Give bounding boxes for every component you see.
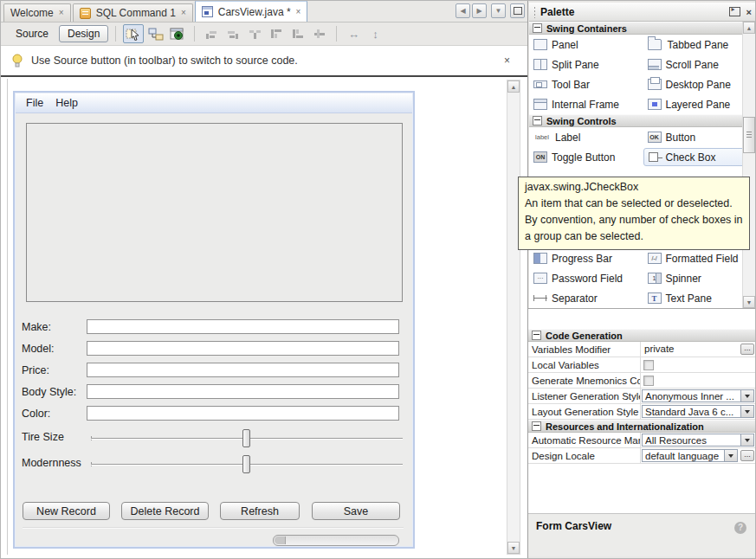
align-top-button[interactable] bbox=[267, 25, 286, 42]
tire-size-slider[interactable] bbox=[91, 429, 403, 448]
property-row-generate-mnemonics[interactable]: Generate Mnemonics Cod bbox=[528, 373, 756, 389]
maximize-window-button[interactable] bbox=[510, 3, 525, 18]
scroll-down-icon[interactable]: ▼ bbox=[507, 542, 520, 554]
resource-management-combobox[interactable]: All Resources bbox=[642, 434, 754, 447]
align-left-button[interactable] bbox=[202, 25, 221, 42]
price-field[interactable] bbox=[87, 363, 399, 377]
palette-header[interactable]: Palette × bbox=[529, 3, 756, 22]
tab-list-dropdown-button[interactable]: ▼ bbox=[491, 3, 506, 18]
palette-item-progress-bar[interactable]: Progress Bar bbox=[529, 249, 643, 267]
chevron-down-icon[interactable] bbox=[740, 434, 753, 446]
delete-record-button[interactable]: Delete Record bbox=[121, 502, 209, 520]
chevron-down-icon[interactable] bbox=[740, 406, 753, 417]
palette-item-toggle-button[interactable]: ONToggle Button bbox=[529, 148, 643, 166]
properties-section-resources-i18n[interactable]: Resources and Internationalization bbox=[528, 420, 756, 433]
property-row-layout-generation-style[interactable]: Layout Generation Style Standard Java 6 … bbox=[528, 404, 756, 420]
scroll-down-icon[interactable]: ▼ bbox=[743, 296, 755, 308]
palette-item-split-pane[interactable]: Split Pane bbox=[529, 55, 643, 74]
make-field[interactable] bbox=[87, 319, 399, 334]
center-vertical-button[interactable] bbox=[310, 25, 329, 42]
properties-section-code-generation[interactable]: Code Generation bbox=[528, 329, 756, 342]
palette-item-tool-bar[interactable]: Tool Bar bbox=[529, 75, 643, 93]
slider-thumb[interactable] bbox=[242, 429, 250, 447]
palette-item-scroll-pane[interactable]: Scroll Pane bbox=[643, 55, 756, 74]
tab-carsview-java[interactable]: CarsView.java * × bbox=[195, 0, 308, 22]
modernness-slider[interactable] bbox=[91, 455, 403, 474]
collapse-icon[interactable] bbox=[532, 421, 541, 431]
connection-mode-button[interactable] bbox=[146, 25, 165, 42]
property-row-design-locale[interactable]: Design Locale default language ... bbox=[528, 448, 756, 464]
palette-item-layered-pane[interactable]: Layered Pane bbox=[643, 95, 756, 113]
close-icon[interactable]: × bbox=[504, 55, 510, 67]
design-locale-combobox[interactable]: default language bbox=[642, 449, 738, 462]
selection-mode-button[interactable] bbox=[123, 24, 144, 43]
close-icon[interactable]: × bbox=[181, 9, 186, 17]
close-icon[interactable]: × bbox=[296, 8, 301, 16]
vertical-resizable-button[interactable]: ↕ bbox=[365, 25, 384, 42]
drag-grip-icon[interactable] bbox=[533, 6, 536, 18]
carsview-form-preview[interactable]: File Help Make: Model: Price: Body Style… bbox=[13, 91, 415, 549]
scroll-tabs-left-button[interactable]: ◀ bbox=[456, 3, 470, 18]
source-view-button[interactable]: Source bbox=[8, 26, 56, 42]
ellipsis-button[interactable]: ... bbox=[740, 344, 754, 355]
layout-style-combobox[interactable]: Standard Java 6 c... bbox=[642, 405, 754, 418]
horizontal-resizable-button[interactable]: ↔ bbox=[344, 25, 363, 42]
close-icon[interactable]: × bbox=[746, 7, 752, 17]
align-right-button[interactable] bbox=[223, 25, 242, 42]
palette-item-text-pane[interactable]: TText Pane bbox=[643, 289, 756, 307]
chevron-down-icon[interactable] bbox=[724, 450, 737, 461]
tab-welcome[interactable]: Welcome × bbox=[3, 3, 71, 22]
close-icon[interactable]: × bbox=[59, 9, 64, 17]
palette-section-swing-containers[interactable]: Swing Containers bbox=[529, 22, 756, 35]
property-row-automatic-resource-management[interactable]: Automatic Resource Mana All Resources bbox=[528, 433, 756, 448]
horizontal-scrollbar[interactable] bbox=[273, 535, 399, 546]
refresh-button[interactable]: Refresh bbox=[220, 502, 300, 520]
model-field[interactable] bbox=[87, 341, 399, 356]
palette-section-swing-controls[interactable]: Swing Controls bbox=[529, 114, 756, 127]
palette-item-button[interactable]: OKButton bbox=[643, 128, 756, 146]
palette-item-tabbed-pane[interactable]: Tabbed Pane bbox=[643, 35, 756, 54]
palette-item-desktop-pane[interactable]: Desktop Pane bbox=[643, 75, 756, 93]
form-table-panel[interactable] bbox=[26, 123, 403, 302]
new-record-button[interactable]: New Record bbox=[23, 502, 110, 520]
scroll-up-icon[interactable]: ▲ bbox=[743, 22, 755, 34]
chevron-down-icon[interactable] bbox=[740, 390, 753, 402]
ellipsis-button[interactable]: ... bbox=[740, 450, 754, 461]
property-row-local-variables[interactable]: Local Variables bbox=[528, 357, 756, 373]
property-row-variables-modifier[interactable]: Variables Modifier private ... bbox=[528, 342, 756, 357]
property-row-listener-generation-style[interactable]: Listener Generation Style Anonymous Inne… bbox=[528, 389, 756, 404]
align-bottom-button[interactable] bbox=[288, 25, 307, 42]
listener-style-combobox[interactable]: Anonymous Inner ... bbox=[642, 389, 754, 402]
menu-help[interactable]: Help bbox=[49, 97, 84, 109]
palette-item-spinner[interactable]: 1Spinner bbox=[643, 269, 756, 287]
collapse-icon[interactable] bbox=[532, 331, 541, 340]
body-style-field[interactable] bbox=[87, 384, 399, 399]
menu-file[interactable]: File bbox=[20, 97, 49, 109]
float-window-icon[interactable] bbox=[729, 7, 740, 16]
palette-item-separator[interactable]: Separator bbox=[529, 289, 643, 307]
color-field[interactable] bbox=[87, 406, 399, 421]
palette-item-internal-frame[interactable]: Internal Frame bbox=[529, 95, 643, 113]
palette-item-panel[interactable]: Panel bbox=[529, 35, 643, 54]
palette-item-label[interactable]: labelLabel bbox=[529, 128, 643, 146]
palette-item-formatted-field[interactable]: /-/Formatted Field bbox=[643, 249, 756, 267]
palette-item-password-field[interactable]: ···Password Field bbox=[529, 269, 643, 287]
slider-thumb[interactable] bbox=[242, 455, 250, 473]
property-value[interactable]: private bbox=[644, 344, 675, 354]
help-icon[interactable]: ? bbox=[734, 522, 746, 534]
palette-vertical-scrollbar[interactable]: ▲ ▼ bbox=[742, 22, 756, 308]
center-horizontal-button[interactable] bbox=[245, 25, 264, 42]
scroll-tabs-right-button[interactable]: ▶ bbox=[472, 3, 487, 18]
collapse-icon[interactable] bbox=[533, 23, 542, 33]
design-view-button[interactable]: Design bbox=[59, 25, 108, 42]
checkbox-unchecked[interactable] bbox=[643, 376, 654, 386]
canvas-vertical-scrollbar[interactable]: ▲ ▼ bbox=[507, 80, 520, 555]
preview-design-button[interactable] bbox=[168, 25, 187, 42]
collapse-icon[interactable] bbox=[533, 116, 542, 125]
palette-item-check-box[interactable]: Check Box bbox=[643, 148, 751, 166]
checkbox-unchecked[interactable] bbox=[643, 360, 654, 370]
horizontal-scrollbar-thumb[interactable] bbox=[275, 537, 286, 544]
save-button[interactable]: Save bbox=[312, 502, 400, 520]
scrollbar-thumb[interactable] bbox=[743, 117, 755, 153]
tab-sql-command[interactable]: SQL Command 1 × bbox=[73, 3, 193, 22]
